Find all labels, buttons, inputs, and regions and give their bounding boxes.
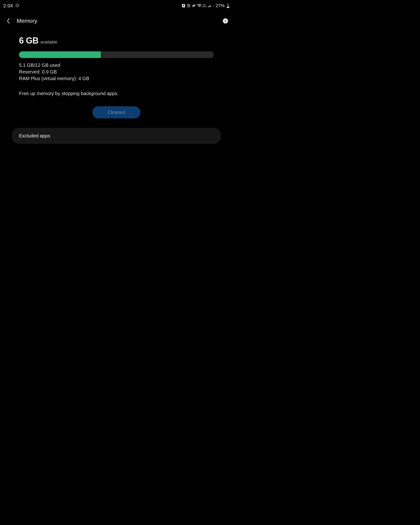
- memory-hint: Free up memory by stopping background ap…: [19, 91, 214, 96]
- vibrate-mute-icon: [192, 4, 196, 8]
- content-area: 6 GB available 5.1 GB/12 GB used Reserve…: [0, 36, 233, 144]
- memory-reserved-line: Reserved: 0.9 GB: [19, 68, 214, 75]
- status-left: 2:04: [3, 3, 19, 9]
- divider-icon: [213, 4, 214, 8]
- memory-amount: 6 GB: [19, 36, 38, 46]
- dnd-icon: [15, 3, 19, 9]
- memory-available-label: available: [40, 40, 57, 45]
- back-button[interactable]: [5, 17, 12, 25]
- memory-used-line: 5.1 GB/12 GB used: [19, 62, 214, 68]
- memory-details: 5.1 GB/12 GB used Reserved: 0.9 GB RAM P…: [19, 62, 214, 82]
- memory-progress-fill: [19, 51, 101, 58]
- info-button[interactable]: i: [223, 18, 228, 24]
- excluded-apps-label: Excluded apps: [19, 133, 50, 138]
- header-left: Memory: [5, 17, 37, 25]
- svg-line-7: [189, 4, 190, 5]
- alarm-icon: [187, 4, 191, 8]
- svg-rect-16: [211, 5, 211, 7]
- vowifi-label: Vo)) WiFi1: [202, 4, 207, 8]
- memory-progress-bar: [19, 51, 214, 58]
- memory-ramplus-line: RAM Plus (virtual memory): 4 GB: [19, 75, 214, 82]
- svg-rect-15: [210, 5, 210, 7]
- status-right: + Vo)) WiFi1 27%: [182, 3, 229, 8]
- info-icon: i: [225, 19, 226, 23]
- battery-icon: [227, 3, 229, 8]
- svg-point-11: [199, 7, 200, 7]
- memory-headline: 6 GB available: [19, 36, 214, 46]
- wifi-icon: +: [197, 4, 201, 8]
- svg-text:+: +: [201, 6, 201, 8]
- update-icon: [182, 4, 185, 8]
- page-title: Memory: [17, 18, 37, 24]
- excluded-apps-row[interactable]: Excluded apps: [12, 128, 221, 144]
- chevron-left-icon: [7, 18, 10, 24]
- svg-rect-20: [227, 7, 229, 8]
- status-bar: 2:04 + Vo)) WiFi1 27%: [0, 0, 233, 11]
- status-time: 2:04: [3, 3, 13, 9]
- svg-rect-13: [208, 6, 209, 7]
- header-bar: Memory i: [0, 15, 233, 27]
- clean-button[interactable]: Cleaned: [92, 106, 141, 118]
- battery-percent: 27%: [216, 3, 225, 8]
- svg-rect-14: [209, 6, 210, 7]
- vowifi-bottom: WiFi1: [202, 6, 207, 8]
- svg-rect-18: [228, 4, 228, 4]
- signal-icon: [208, 4, 212, 8]
- svg-line-6: [187, 4, 188, 5]
